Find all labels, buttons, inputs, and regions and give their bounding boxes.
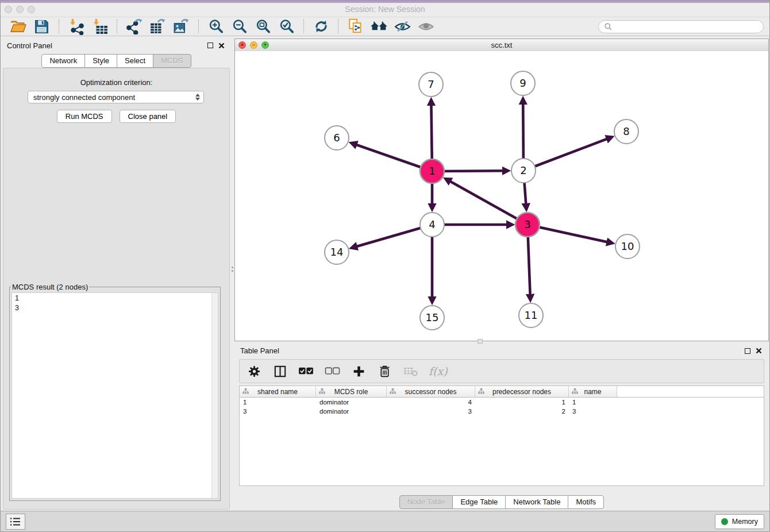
column-type-icon	[478, 388, 484, 395]
graph-node-label-2: 2	[520, 164, 526, 176]
layout-home-button[interactable]	[369, 18, 388, 35]
table-row[interactable]: 1dominator411	[240, 398, 764, 407]
close-panel-button[interactable]: Close panel	[120, 110, 176, 123]
table-settings-button[interactable]	[247, 364, 261, 379]
tab-select[interactable]: Select	[117, 54, 153, 68]
select-all-button[interactable]	[298, 364, 314, 379]
table-tab-edge-table[interactable]: Edge Table	[452, 495, 506, 509]
table-panel: Table Panel f(x) shared nameMCDS rolesuc…	[234, 344, 769, 511]
export-image-button[interactable]	[172, 18, 191, 35]
column-label-successor-nodes: successor nodes	[405, 388, 456, 396]
column-label-mcds-role: MCDS role	[334, 388, 368, 396]
column-label-shared-name: shared name	[257, 388, 298, 396]
delete-rows-icon	[378, 365, 391, 378]
hide-graphics-details-button[interactable]	[393, 18, 412, 35]
export-table-button[interactable]	[148, 18, 167, 35]
criterion-select[interactable]: strongly connected component	[28, 91, 204, 103]
mcds-tab-content: Optimization criterion: strongly connect…	[3, 68, 230, 510]
close-panel-icon[interactable]	[218, 43, 225, 49]
deselect-all-button[interactable]	[325, 364, 340, 379]
table-panel-header: Table Panel	[234, 344, 769, 358]
close-table-panel-icon[interactable]	[756, 348, 762, 354]
delete-table-button	[403, 364, 418, 379]
search-input[interactable]	[615, 22, 758, 32]
refresh-view-button[interactable]	[311, 18, 330, 35]
tab-style[interactable]: Style	[84, 54, 117, 68]
cell-mcds-role: dominator	[316, 408, 387, 415]
mcds-result-area[interactable]: 1 3	[11, 292, 218, 499]
zoom-selected-button[interactable]	[277, 18, 296, 35]
graph-node-label-4: 4	[429, 218, 435, 230]
export-network-button[interactable]	[125, 18, 144, 35]
export-image-icon	[173, 18, 190, 34]
tab-network[interactable]: Network	[41, 54, 85, 68]
edge-3-1[interactable]	[446, 179, 528, 225]
network-canvas[interactable]: 7968124314101511	[235, 51, 768, 341]
show-graphics-details-button[interactable]	[417, 18, 436, 35]
vertical-splitter-handle[interactable]	[231, 264, 234, 273]
add-row-icon	[352, 365, 365, 378]
horizontal-splitter-handle[interactable]	[478, 339, 483, 344]
table-tab-motifs[interactable]: Motifs	[568, 495, 604, 509]
open-session-button[interactable]	[9, 18, 28, 35]
task-history-button[interactable]	[6, 514, 25, 530]
column-header-name[interactable]: name	[569, 386, 617, 397]
control-panel-title: Control Panel	[7, 41, 52, 50]
table-row[interactable]: 3dominator323	[240, 407, 764, 416]
network-frame-title: scc.txt	[235, 41, 768, 49]
add-row-button[interactable]	[351, 364, 366, 379]
save-session-icon	[34, 19, 49, 34]
mcds-result-box: MCDS result (2 nodes) 1 3	[9, 283, 221, 501]
cell-successor-nodes: 4	[387, 399, 475, 406]
table-header-filler	[617, 386, 764, 397]
graph-node-label-1: 1	[429, 165, 435, 177]
criterion-selected-value: strongly connected component	[33, 93, 135, 102]
graph-node-label-8: 8	[623, 125, 629, 137]
show-columns-button[interactable]	[272, 364, 287, 379]
column-header-mcds-role[interactable]: MCDS role	[316, 386, 387, 397]
delete-rows-button[interactable]	[377, 364, 392, 379]
tab-mcds[interactable]: MCDS	[153, 54, 191, 68]
toolbar-separator	[303, 20, 304, 33]
clone-network-button[interactable]	[346, 18, 365, 35]
zoom-selected-icon	[279, 18, 295, 34]
float-panel-icon[interactable]	[207, 43, 213, 48]
function-icon: f(x)	[429, 365, 448, 377]
run-mcds-button[interactable]: Run MCDS	[57, 110, 112, 123]
cell-successor-nodes: 3	[387, 408, 475, 415]
import-table-button[interactable]	[90, 18, 109, 35]
zoom-out-icon	[232, 18, 248, 34]
edge-2-8[interactable]	[523, 137, 611, 171]
column-label-name: name	[584, 388, 601, 396]
save-session-button[interactable]	[32, 18, 51, 35]
graph-node-label-15: 15	[426, 311, 439, 323]
column-header-successor-nodes[interactable]: successor nodes	[387, 386, 475, 397]
control-panel: Control Panel NetworkStyleSelectMCDS Opt…	[1, 37, 232, 511]
memory-button[interactable]: Memory	[715, 514, 764, 529]
show-graphics-details-icon	[418, 19, 434, 34]
edge-3-10[interactable]	[528, 225, 612, 243]
float-table-panel-icon[interactable]	[745, 348, 750, 354]
import-network-button[interactable]	[67, 18, 86, 35]
table-tab-network-table[interactable]: Network Table	[505, 495, 568, 509]
zoom-in-button[interactable]	[206, 18, 225, 35]
graph-node-label-14: 14	[330, 246, 344, 258]
graph-node-label-7: 7	[428, 78, 434, 90]
cell-shared-name: 1	[240, 399, 316, 406]
column-header-predecessor-nodes[interactable]: predecessor nodes	[475, 386, 569, 397]
select-stepper-icon	[195, 94, 201, 101]
table-tab-node-table[interactable]: Node Table	[399, 495, 453, 509]
network-frame-titlebar[interactable]: × − + scc.txt	[235, 39, 768, 52]
column-header-shared-name[interactable]: shared name	[240, 386, 316, 397]
control-panel-header: Control Panel	[1, 37, 232, 54]
toolbar-separator	[198, 20, 199, 33]
graph-node-label-11: 11	[525, 309, 538, 321]
result-scrollbar[interactable]	[211, 293, 218, 498]
cell-name: 1	[569, 399, 617, 406]
column-label-predecessor-nodes: predecessor nodes	[492, 388, 551, 396]
graph-node-label-3: 3	[524, 218, 530, 230]
table-header-row: shared nameMCDS rolesuccessor nodesprede…	[240, 386, 764, 398]
zoom-out-button[interactable]	[230, 18, 249, 35]
zoom-fit-button[interactable]	[253, 18, 272, 35]
cell-mcds-role: dominator	[316, 399, 387, 406]
